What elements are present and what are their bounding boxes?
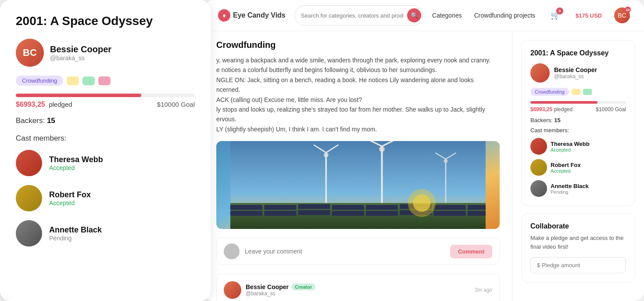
cast-status-theresa: Accepted [49,164,103,171]
nav-link-categories[interactable]: Categories [432,12,462,19]
svg-rect-15 [434,211,466,216]
post-username: Bessie Cooper [246,283,289,290]
backers-row: Backers: 15 [16,116,195,125]
comment-input-1[interactable] [245,248,445,255]
main-area: ♦ Eye Candy Vids 🔍 Categories Crowdfundi… [204,0,644,301]
balance-display: $175 USD [576,12,602,19]
svg-rect-16 [468,205,486,210]
svg-rect-2 [230,205,262,210]
cast-name-theresa: Theresa Webb [49,155,103,164]
left-panel: 2001: A Space Odyssey BC Bessie Cooper @… [0,0,211,301]
post-handle: @baraka_ss [246,290,315,297]
tag-color1 [67,76,79,85]
cast-label: Cast members: [16,134,195,143]
svg-rect-6 [298,204,330,209]
search-input[interactable] [301,12,404,19]
section-title: Crowdfunding [216,40,500,50]
goal-amount: $10000 [157,101,179,108]
svg-rect-3 [230,211,262,216]
right-card-title: 2001: A Space Odyssey [530,49,626,57]
search-bar[interactable]: 🔍 [294,5,423,25]
right-creator-handle: @baraka_ss [554,73,597,80]
comment-button-1[interactable]: Comment [450,245,492,258]
right-cast-avatar-robert [530,159,547,176]
tags-row: Crowdfunding [16,76,195,86]
creator-handle: @baraka_ss [50,54,111,62]
comment-box-1: Comment [216,238,500,265]
pledge-input-wrap[interactable] [530,257,626,273]
progress-section: $6993,25 pledged $10000 Goal [16,94,195,109]
right-goal: $10000 Goal [596,106,626,112]
progress-bar-bg [16,94,195,97]
right-progress-fill [530,101,597,104]
right-creator-name: Bessie Cooper [554,66,597,73]
right-cast-item-robert: Robert Fox Accepted [530,159,626,176]
right-backers: Backers: 15 [530,117,626,123]
user-avatar-nav[interactable]: BC 10 [614,7,630,23]
notif-badge: 10 [625,7,631,13]
cart-button[interactable]: 🛒 0 [547,7,563,23]
svg-rect-10 [366,205,398,210]
right-panel: 2001: A Space Odyssey Bessie Cooper @bar… [512,31,644,301]
right-pledged: $6993,25 [530,106,552,112]
comment-user-avatar [224,243,240,259]
right-cast-name-robert: Robert Fox [551,162,581,168]
right-cast-name-theresa: Theresa Webb [551,141,590,147]
cast-name-robert: Robert Fox [49,190,91,199]
creator-avatar: BC [16,39,44,67]
right-cast-list: Theresa Webb Accepted Robert Fox Accepte… [530,138,626,197]
cast-status-annette: Pending [49,235,102,242]
right-card-project: 2001: A Space Odyssey Bessie Cooper @bar… [521,40,635,206]
svg-rect-4 [264,205,296,210]
cast-avatar-theresa [16,150,42,176]
tag-color3 [98,76,111,85]
right-cast-avatar-annette [530,180,547,197]
svg-rect-8 [332,205,364,210]
post-card: Bessie Cooper Creator @baraka_ss 3m ago … [216,274,500,301]
cast-avatar-annette [16,220,42,247]
search-button[interactable]: 🔍 [407,8,421,22]
middle-content: Crowdfunding y, wearing a backpack and a… [204,31,512,301]
right-cast-avatar-theresa [530,138,547,155]
cast-status-robert: Accepted [49,199,91,207]
collaborate-description: Make a pledge and get access to the fina… [530,234,626,251]
right-tag-crowdfunding[interactable]: Crowdfunding [530,88,569,96]
right-tag-c2 [583,89,592,95]
right-progress-bg [530,101,626,104]
svg-rect-5 [264,211,296,216]
brand-icon: ♦ [218,9,230,22]
cart-badge: 0 [556,7,563,15]
post-author-avatar [224,281,241,299]
cast-item-annette: Annette Black Pending [16,220,195,247]
pledged-amount: $6993,25 [16,101,45,108]
pledged-label: pledged [49,101,72,108]
svg-rect-11 [366,211,398,216]
right-tag-c1 [572,89,580,95]
right-cast-status-robert: Accepted [551,168,581,174]
svg-rect-9 [332,211,364,216]
nav-links: Categories Crowdfunding projects 🛒 0 $17… [432,7,630,23]
right-cast-status-theresa: Accepted [551,147,590,152]
tag-crowdfunding[interactable]: Crowdfunding [16,76,63,86]
post-time: 3m ago [475,287,492,293]
creator-row: BC Bessie Cooper @baraka_ss [16,39,195,67]
page-title: 2001: A Space Odyssey [16,14,195,28]
content-area: Crowdfunding y, wearing a backpack and a… [204,31,644,301]
navbar: ♦ Eye Candy Vids 🔍 Categories Crowdfundi… [204,0,644,31]
cast-name-annette: Annette Black [49,225,102,235]
svg-point-19 [413,194,430,212]
right-cast-item-theresa: Theresa Webb Accepted [530,138,626,155]
cast-avatar-robert [16,185,42,211]
pledge-input[interactable] [537,262,619,268]
backers-count: 15 [47,116,55,125]
nav-link-crowdfunding[interactable]: Crowdfunding projects [474,12,535,19]
right-creator-avatar [530,63,550,83]
cast-item-robert: Robert Fox Accepted [16,185,195,211]
cast-list: Theresa Webb Accepted Robert Fox Accepte… [16,150,195,247]
creator-name: Bessie Cooper [50,44,111,54]
progress-bar-fill [16,94,141,97]
collaborate-title: Collaborate [530,222,626,230]
right-backers-count: 15 [554,117,560,123]
right-cast-label: Cast members: [530,127,626,134]
svg-rect-7 [298,210,330,215]
